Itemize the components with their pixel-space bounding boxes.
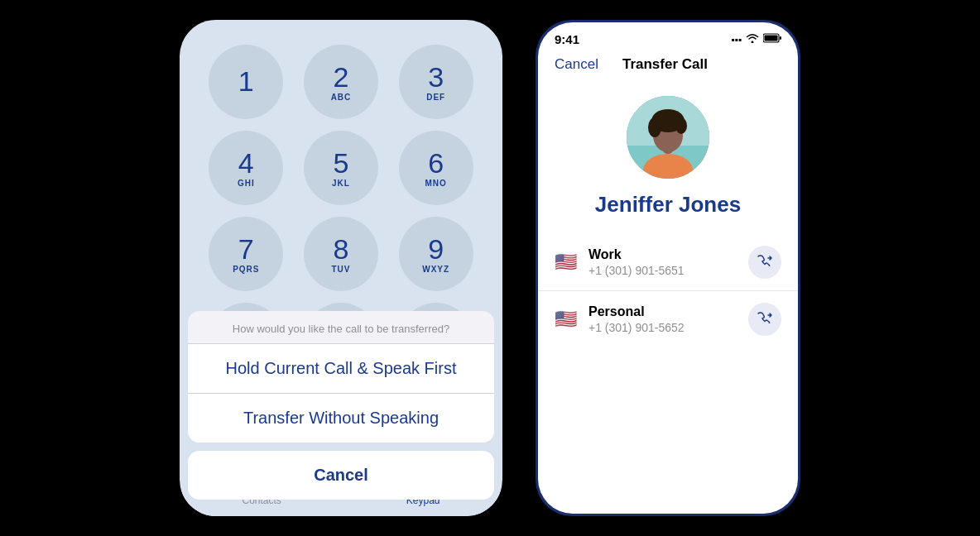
personal-contact-info: Personal +1 (301) 901-5652 — [588, 304, 748, 334]
contact-list: 🇺🇸 Work +1 (301) 901-5651 — [538, 226, 798, 514]
personal-contact-row: 🇺🇸 Personal +1 (301) 901-5652 — [538, 291, 798, 347]
personal-flag-icon: 🇺🇸 — [555, 309, 577, 330]
contact-section: Jeniffer Jones — [538, 79, 798, 226]
dial-4[interactable]: 4 GHI — [209, 131, 283, 205]
left-phone: 1 2 ABC 3 DEF 4 GHI 5 JKL — [180, 20, 502, 516]
status-bar: 9:41 ▪▪▪ — [538, 22, 798, 50]
wifi-icon — [746, 33, 759, 45]
right-phone: 9:41 ▪▪▪ — [536, 20, 800, 516]
avatar — [627, 96, 709, 179]
action-sheet: How would you like the call to be transf… — [180, 311, 502, 516]
dial-6[interactable]: 6 MNO — [399, 131, 473, 205]
nav-title: Transfer Call — [622, 56, 708, 73]
svg-point-11 — [653, 112, 683, 126]
personal-number: +1 (301) 901-5652 — [588, 321, 748, 334]
contact-name: Jeniffer Jones — [595, 192, 741, 218]
dial-9[interactable]: 9 WXYZ — [399, 217, 473, 291]
svg-rect-1 — [765, 36, 778, 41]
personal-call-button[interactable] — [748, 303, 781, 336]
dial-5[interactable]: 5 JKL — [304, 131, 378, 205]
call-transfer-icon-2 — [757, 312, 773, 327]
cancel-button[interactable]: Cancel — [555, 56, 598, 73]
dial-2[interactable]: 2 ABC — [304, 45, 378, 119]
right-phone-inner: 9:41 ▪▪▪ — [538, 22, 798, 514]
work-call-button[interactable] — [748, 246, 781, 279]
personal-label: Personal — [588, 304, 748, 319]
work-contact-info: Work +1 (301) 901-5651 — [588, 247, 748, 277]
signal-icon: ▪▪▪ — [731, 34, 742, 45]
dial-3[interactable]: 3 DEF — [399, 45, 473, 119]
call-transfer-icon — [757, 255, 773, 270]
dial-7[interactable]: 7 PQRS — [209, 217, 283, 291]
action-sheet-card: How would you like the call to be transf… — [188, 311, 494, 443]
action-sheet-prompt-text: How would you like the call to be transf… — [188, 311, 494, 343]
svg-rect-2 — [780, 36, 781, 40]
status-time: 9:41 — [555, 32, 579, 46]
work-label: Work — [588, 247, 748, 262]
action-sheet-cancel-button[interactable]: Cancel — [188, 451, 494, 500]
avatar-image — [627, 96, 709, 179]
dial-8[interactable]: 8 TUV — [304, 217, 378, 291]
dial-1[interactable]: 1 — [209, 45, 283, 119]
work-flag-icon: 🇺🇸 — [555, 251, 577, 273]
hold-speak-first-option[interactable]: Hold Current Call & Speak First — [188, 344, 494, 393]
transfer-without-speaking-option[interactable]: Transfer Without Speaking — [188, 394, 494, 443]
work-number: +1 (301) 901-5651 — [588, 264, 748, 277]
nav-bar: Cancel Transfer Call — [538, 50, 798, 79]
work-contact-row: 🇺🇸 Work +1 (301) 901-5651 — [538, 234, 798, 291]
battery-icon — [763, 33, 781, 45]
status-icons: ▪▪▪ — [731, 33, 781, 45]
